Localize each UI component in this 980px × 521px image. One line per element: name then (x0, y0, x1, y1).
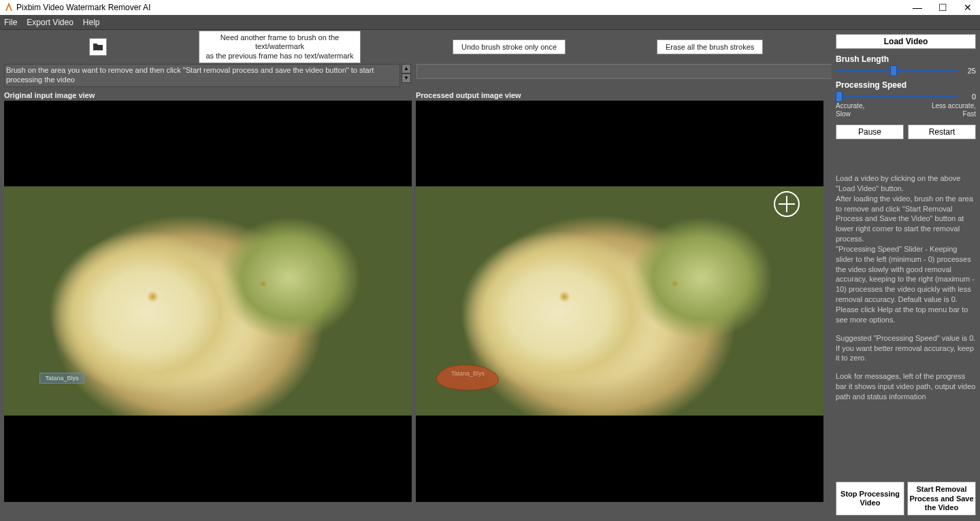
status-message: Brush on the area you want to remove and… (4, 64, 400, 87)
original-view[interactable]: Tatana_Blys (4, 101, 412, 502)
help-p3: "Processing Speed" Slider - Keeping slid… (836, 245, 975, 303)
original-view-label: Original input image view (4, 90, 416, 101)
minimize-icon[interactable]: — (913, 2, 922, 13)
menu-export-video[interactable]: Export Video (27, 18, 74, 27)
speed-right-label-2: Fast (932, 110, 976, 118)
watermark-overlay: Tatana_Blys (39, 373, 84, 384)
processed-view[interactable]: Tatana_Blys (416, 101, 823, 502)
help-p6: Look for messages, left of the progress … (836, 371, 976, 402)
app-logo-icon (4, 3, 14, 12)
load-video-button[interactable]: Load Video (836, 34, 976, 49)
brush-cursor-icon (774, 191, 800, 217)
speed-left-label-2: Slow (836, 110, 864, 118)
spin-up-icon[interactable]: ▲ (402, 64, 411, 73)
help-p1: Load a video by clicking on the above "L… (836, 174, 960, 192)
title-bar: Pixbim Video Watermark Remover AI — ☐ ✕ (0, 0, 980, 15)
undo-brush-button[interactable]: Undo brush stroke only once (453, 39, 566, 54)
maximize-icon[interactable]: ☐ (938, 2, 947, 13)
help-p4: Please click Help at the top menu bar to… (836, 305, 968, 324)
processing-speed-value: 0 (960, 93, 976, 101)
brush-length-thumb[interactable] (890, 65, 897, 76)
folder-icon (93, 41, 103, 53)
pause-button[interactable]: Pause (836, 124, 904, 139)
frame-hint-box: Need another frame to brush on the text/… (199, 31, 361, 63)
open-folder-button[interactable] (89, 38, 107, 56)
erase-brush-button[interactable]: Erase all the brush strokes (657, 39, 763, 54)
spin-down-icon[interactable]: ▼ (402, 73, 411, 83)
menu-help[interactable]: Help (83, 18, 100, 27)
help-text: Load a video by clicking on the above "L… (836, 173, 976, 410)
app-title: Pixbim Video Watermark Remover AI (16, 3, 913, 12)
restart-button[interactable]: Restart (908, 124, 976, 139)
stop-processing-button[interactable]: Stop Processing Video (836, 482, 904, 516)
help-p2: After loading the video, brush on the ar… (836, 195, 973, 243)
brush-length-value: 25 (960, 67, 976, 75)
speed-right-label-1: Less accurate, (932, 102, 976, 110)
menu-file[interactable]: File (4, 18, 17, 27)
processing-speed-thumb[interactable] (836, 91, 843, 102)
processed-view-label: Processed output image view (416, 90, 521, 101)
hint-line-2: as the previous frame has no text/waterm… (203, 52, 356, 61)
start-removal-button[interactable]: Start Removal Process and Save the Video (907, 482, 976, 516)
processing-speed-label: Processing Speed (836, 80, 976, 90)
processing-speed-slider[interactable] (836, 95, 957, 98)
brush-length-label: Brush Length (836, 54, 976, 64)
right-panel: Load Video Brush Length 25 Processing Sp… (832, 30, 980, 520)
help-p5: Suggested "Processing Speed" value is 0.… (836, 333, 976, 364)
hint-line-1: Need another frame to brush on the text/… (203, 33, 356, 51)
brush-stroke-hidden-text: Tatana_Blys (451, 370, 485, 377)
close-icon[interactable]: ✕ (964, 2, 972, 13)
menu-bar: File Export Video Help (0, 15, 980, 30)
speed-left-label-1: Accurate, (836, 102, 864, 110)
brush-length-slider[interactable] (836, 69, 957, 72)
